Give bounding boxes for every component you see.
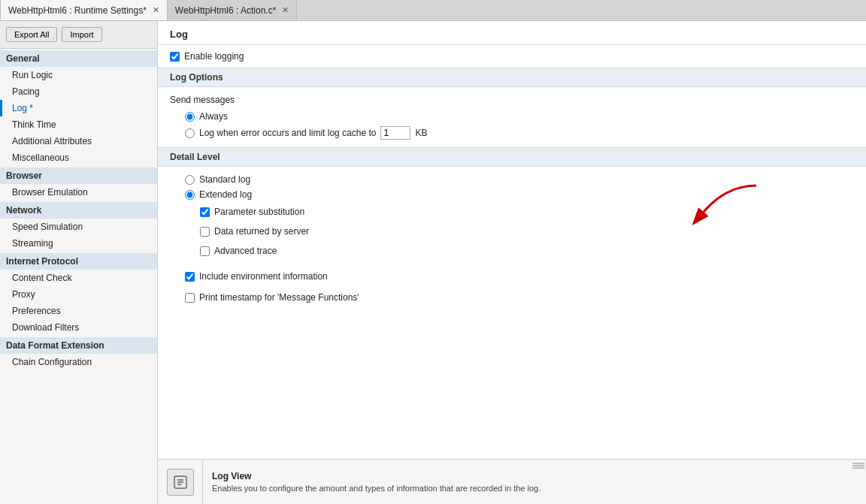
param-sub-wrap: Parameter substitution — [170, 204, 854, 219]
log-error-radio[interactable] — [185, 128, 195, 138]
bottom-icon-area — [158, 460, 203, 504]
log-options-header: Log Options — [158, 68, 866, 87]
extended-log-row: Extended log — [185, 189, 854, 200]
extended-log-label[interactable]: Extended log — [199, 189, 252, 200]
sidebar-item-additional-attributes[interactable]: Additional Attributes — [0, 133, 157, 149]
print-timestamp-checkbox[interactable] — [185, 293, 195, 303]
sidebar-item-miscellaneous[interactable]: Miscellaneous — [0, 149, 157, 166]
content-scroll: Log Enable logging Log Options Send mess… — [158, 21, 866, 459]
main-area: Export All Import General Run Logic Paci… — [0, 21, 866, 504]
bottom-bar: Log View Enables you to configure the am… — [158, 459, 866, 504]
advanced-trace-label[interactable]: Advanced trace — [214, 246, 277, 256]
print-timestamp-checkbox-row: Print timestamp for 'Message Functions' — [185, 290, 854, 305]
enable-logging-checkbox[interactable] — [170, 52, 180, 62]
log-cache-input[interactable] — [380, 126, 410, 140]
content-area: Log Enable logging Log Options Send mess… — [158, 21, 866, 504]
sidebar-section-data-format: Data Format Extension — [0, 337, 157, 354]
sidebar-item-run-logic[interactable]: Run Logic — [0, 67, 157, 83]
bottom-resize-handle[interactable] — [851, 460, 866, 504]
always-radio-row: Always — [185, 111, 854, 122]
include-env-checkbox-row: Include environment information — [185, 269, 854, 284]
sidebar-item-log[interactable]: Log * — [0, 100, 157, 116]
kb-label: KB — [415, 128, 427, 138]
sidebar-item-think-time[interactable]: Think Time — [0, 116, 157, 133]
svg-rect-6 — [852, 465, 864, 466]
enable-logging-row: Enable logging — [158, 45, 866, 68]
data-returned-label[interactable]: Data returned by server — [214, 226, 309, 237]
data-returned-row: Data returned by server — [200, 224, 854, 239]
log-view-icon — [167, 469, 194, 496]
sidebar-item-content-check[interactable]: Content Check — [0, 270, 157, 286]
detail-level-content: Standard log Extended log — [158, 167, 866, 266]
sidebar-section-browser: Browser — [0, 167, 157, 184]
sidebar-item-streaming[interactable]: Streaming — [0, 235, 157, 252]
tab-runtime-label: WebHttpHtml6 : Runtime Settings* — [8, 5, 147, 16]
sidebar: Export All Import General Run Logic Paci… — [0, 21, 158, 504]
advanced-trace-checkbox[interactable] — [200, 246, 210, 256]
include-env-row: Include environment information — [158, 266, 866, 287]
param-substitution-label[interactable]: Parameter substitution — [214, 207, 304, 217]
log-error-label[interactable]: Log when error occurs and limit log cach… — [199, 128, 376, 138]
sidebar-item-pacing[interactable]: Pacing — [0, 83, 157, 100]
always-radio[interactable] — [185, 112, 195, 122]
param-substitution-row: Parameter substitution — [200, 204, 854, 219]
sidebar-item-speed-simulation[interactable]: Speed Simulation — [0, 219, 157, 235]
detail-level-group: Standard log Extended log — [170, 174, 854, 258]
standard-log-label[interactable]: Standard log — [199, 174, 250, 185]
tab-runtime[interactable]: WebHttpHtml6 : Runtime Settings* ✕ — [0, 0, 168, 20]
svg-rect-5 — [852, 463, 864, 464]
standard-log-radio[interactable] — [185, 175, 195, 185]
param-substitution-checkbox[interactable] — [200, 207, 210, 217]
import-button[interactable]: Import — [62, 27, 101, 42]
bottom-bar-title: Log View — [212, 471, 842, 481]
sidebar-section-network: Network — [0, 202, 157, 219]
sidebar-item-chain-configuration[interactable]: Chain Configuration — [0, 354, 157, 370]
send-messages-label: Send messages — [170, 95, 854, 105]
tab-action-label: WebHttpHtml6 : Action.c* — [175, 5, 277, 16]
always-label[interactable]: Always — [199, 111, 228, 122]
tab-runtime-close[interactable]: ✕ — [153, 5, 159, 15]
bottom-bar-description: Enables you to configure the amount and … — [212, 484, 842, 493]
bottom-text-area: Log View Enables you to configure the am… — [203, 460, 851, 504]
tab-action-close[interactable]: ✕ — [282, 5, 289, 15]
sidebar-toolbar: Export All Import — [0, 21, 157, 49]
print-timestamp-row: Print timestamp for 'Message Functions' — [158, 287, 866, 308]
advanced-trace-row: Advanced trace — [200, 243, 854, 258]
detail-level-header: Detail Level — [158, 147, 866, 167]
tab-action[interactable]: WebHttpHtml6 : Action.c* ✕ — [168, 0, 298, 20]
log-section-title: Log — [158, 21, 866, 44]
sidebar-item-preferences[interactable]: Preferences — [0, 303, 157, 319]
sidebar-item-download-filters[interactable]: Download Filters — [0, 319, 157, 336]
standard-log-row: Standard log — [185, 174, 854, 185]
print-timestamp-label[interactable]: Print timestamp for 'Message Functions' — [199, 292, 359, 303]
include-env-label[interactable]: Include environment information — [199, 271, 328, 282]
export-all-button[interactable]: Export All — [6, 27, 57, 42]
enable-logging-label[interactable]: Enable logging — [184, 51, 244, 62]
log-options-content: Send messages Always Log when error occu… — [158, 87, 866, 147]
sidebar-section-internet-protocol: Internet Protocol — [0, 253, 157, 270]
extended-log-radio[interactable] — [185, 190, 195, 200]
sidebar-item-browser-emulation[interactable]: Browser Emulation — [0, 184, 157, 201]
data-returned-checkbox[interactable] — [200, 227, 210, 237]
svg-rect-7 — [852, 467, 864, 469]
sidebar-section-general: General — [0, 50, 157, 67]
tab-bar: WebHttpHtml6 : Runtime Settings* ✕ WebHt… — [0, 0, 866, 21]
include-env-checkbox[interactable] — [185, 272, 195, 282]
sidebar-item-proxy[interactable]: Proxy — [0, 286, 157, 303]
log-error-radio-row: Log when error occurs and limit log cach… — [185, 126, 854, 140]
send-messages-group: Always Log when error occurs and limit l… — [170, 111, 854, 140]
